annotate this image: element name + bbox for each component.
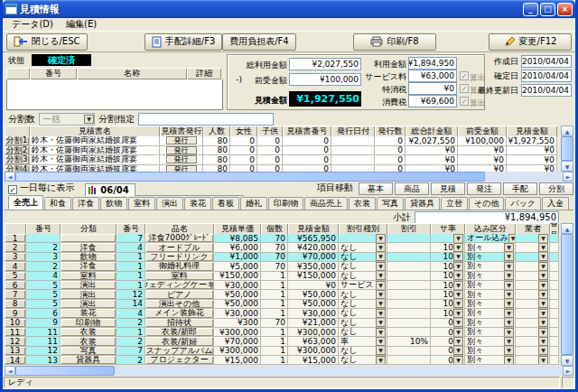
grid-cell-inclusion[interactable]: 別々▼	[465, 300, 516, 309]
chevron-down-icon[interactable]: ▼	[376, 347, 386, 356]
grid-cell-svc_rate[interactable]: 10▼	[431, 253, 465, 262]
tab-17[interactable]: 入金	[542, 197, 569, 210]
move-button-0[interactable]: 基本	[359, 182, 393, 195]
chevron-down-icon[interactable]: ▼	[538, 262, 548, 271]
split-cell-people[interactable]: 80	[203, 146, 230, 156]
grid-cell-item[interactable]: 招待状	[145, 319, 214, 328]
grid-cell-discount[interactable]	[387, 234, 431, 243]
grid-cell-discount[interactable]	[387, 243, 431, 252]
grid-cell-discount[interactable]	[387, 328, 431, 337]
move-button-2[interactable]: 見積	[431, 182, 465, 195]
tab-10[interactable]: 商品売上	[304, 197, 348, 210]
grid-cell-qty[interactable]: 1	[261, 337, 288, 346]
grid-cell-discount[interactable]	[387, 347, 431, 356]
chevron-down-icon[interactable]: ▼	[376, 253, 386, 262]
move-button-4[interactable]: 手配	[503, 182, 537, 195]
issue-button[interactable]: 発行	[166, 146, 197, 154]
chevron-down-icon[interactable]: ▼	[453, 281, 463, 290]
grid-cell-svc_rate[interactable]: 0▼	[431, 328, 465, 337]
grid-cell-discount_type[interactable]: なし▼	[339, 347, 387, 356]
grid-cell-item_no[interactable]: 2	[117, 319, 145, 328]
grid-cell-category[interactable]: 印刷物	[61, 319, 117, 328]
grid-cell-vendor[interactable]: ▼	[516, 281, 550, 290]
titlebar[interactable]: 見積情報 _ □ ×	[3, 0, 575, 18]
grid-cell-discount[interactable]	[387, 262, 431, 271]
split-cell-children[interactable]: 0	[257, 155, 283, 165]
chevron-down-icon[interactable]: ▼	[504, 337, 514, 346]
grid-cell-item[interactable]: スナップアルバム	[145, 347, 214, 356]
chevron-down-icon[interactable]: ▼	[376, 300, 386, 309]
chevron-down-icon[interactable]: ▼	[376, 356, 386, 365]
grid-cell-discount[interactable]	[387, 300, 431, 309]
grid-cell-discount[interactable]	[387, 290, 431, 299]
grid-cell-discount_type[interactable]: なし▼	[339, 356, 387, 365]
grid-cell-svc_rate[interactable]: 0▼	[431, 319, 465, 328]
grid-cell-discount_type[interactable]: 率▼	[339, 337, 387, 346]
grid-cell-cat_no[interactable]: 12	[26, 347, 61, 356]
grid-cell-item[interactable]: オードブル	[145, 243, 214, 252]
grid-cell-cat_no[interactable]: 3	[26, 253, 61, 262]
split-cell-issue_count[interactable]: 0	[375, 146, 406, 156]
chevron-down-icon[interactable]: ▼	[453, 272, 463, 281]
scroll-left-icon[interactable]: ◄	[5, 366, 15, 376]
grid-cell-vendor[interactable]: ▼	[516, 290, 550, 299]
chevron-down-icon[interactable]: ▼	[453, 253, 463, 262]
split-cell-number[interactable]: 0	[283, 146, 331, 156]
grid-cell-item[interactable]: メイン装飾花	[145, 309, 214, 318]
tab-15[interactable]: その他	[469, 197, 504, 210]
grid-cell-inclusion[interactable]: オール込み▼	[465, 234, 516, 243]
grid-cell-svc_rate[interactable]: ▼	[431, 234, 465, 243]
grid-cell-item[interactable]: 洋食7000ｸﾞﾚｰﾄﾞ	[145, 234, 214, 243]
move-button-3[interactable]: 発注	[467, 182, 501, 195]
grid-cell-item_no[interactable]: 12	[117, 290, 145, 299]
reference-table-body[interactable]	[6, 79, 223, 110]
grid-cell-inclusion[interactable]: 別々▼	[465, 262, 516, 271]
grid-cell-qty[interactable]: 70	[261, 234, 288, 243]
grid-cell-vendor[interactable]: ▼	[516, 328, 550, 337]
grid-cell-amount[interactable]: ¥63,000	[288, 337, 339, 346]
grid-cell-svc_rate[interactable]: 10▼	[431, 290, 465, 299]
split-horizontal-scrollbar[interactable]: ◄ ►	[5, 172, 573, 182]
split-cell-issue_date[interactable]	[331, 146, 375, 156]
grid-cell-price[interactable]: ¥300,000	[214, 328, 261, 337]
split-count-combobox[interactable]: 一括 ▼	[39, 113, 95, 126]
grid-cell-item_no[interactable]: 1	[117, 281, 145, 290]
chevron-down-icon[interactable]: ▼	[504, 281, 514, 290]
grid-cell-price[interactable]: ¥6,000	[214, 243, 261, 252]
scroll-right-icon[interactable]: ►	[563, 172, 573, 182]
grid-cell-svc_rate[interactable]: 10▼	[431, 309, 465, 318]
grid-cell-discount_type[interactable]: なし▼	[339, 300, 387, 309]
grid-cell-svc_rate[interactable]: 0▼	[431, 347, 465, 356]
move-button-1[interactable]: 商品	[395, 182, 429, 195]
split-cell-estimate[interactable]: ¥0	[507, 165, 557, 173]
grid-cell-category[interactable]	[61, 234, 117, 243]
scroll-up-icon[interactable]: ▲	[561, 223, 573, 234]
grid-cell-vendor[interactable]: ▼	[516, 253, 550, 262]
split-cell-issue_date[interactable]	[331, 155, 375, 165]
grid-cell-category[interactable]: 演出	[61, 300, 117, 309]
chevron-down-icon[interactable]: ▼	[538, 281, 548, 290]
split-cell-advance[interactable]: ¥0	[458, 146, 507, 156]
grid-cell-item_no[interactable]: 1	[117, 262, 145, 271]
chevron-down-icon[interactable]: ▼	[453, 328, 463, 337]
grid-cell-category[interactable]: 飲物	[61, 253, 117, 262]
scroll-left-icon[interactable]: ◄	[5, 172, 15, 182]
grid-cell-discount[interactable]	[387, 272, 431, 281]
grid-cell-discount_type[interactable]: なし▼	[339, 309, 387, 318]
chevron-down-icon[interactable]: ▼	[504, 309, 514, 318]
grid-cell-cat_no[interactable]	[26, 234, 61, 243]
grid-cell-qty[interactable]: 70	[261, 253, 288, 262]
grid-cell-svc_rate[interactable]: 10▼	[431, 243, 465, 252]
grid-cell-item_no[interactable]: 7	[117, 347, 145, 356]
grid-cell-vendor[interactable]: ▼	[516, 347, 550, 356]
grid-cell-qty[interactable]: 70	[261, 262, 288, 271]
grid-cell-cat_no[interactable]: 11	[26, 328, 61, 337]
date-tab[interactable]: 06/04	[85, 183, 135, 196]
grid-cell-vendor[interactable]: ▼	[516, 309, 550, 318]
grid-cell-item_no[interactable]: 14	[117, 300, 145, 309]
grid-cell-svc_rate[interactable]: 10▼	[431, 300, 465, 309]
chevron-down-icon[interactable]: ▼	[376, 328, 386, 337]
grid-cell-vendor[interactable]: ▼	[516, 262, 550, 271]
grid-cell-cat_no[interactable]: 9	[26, 319, 61, 328]
split-cell-grand_total[interactable]: ¥0	[406, 146, 458, 156]
